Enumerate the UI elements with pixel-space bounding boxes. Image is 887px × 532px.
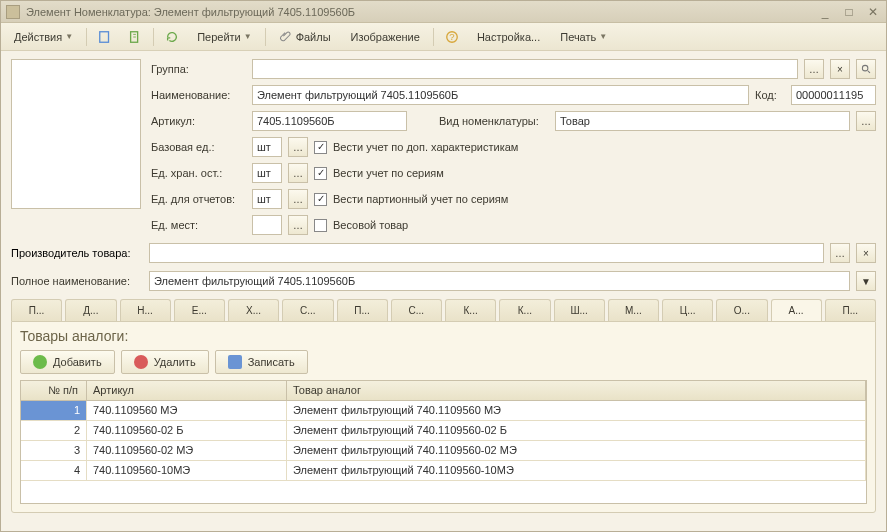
help-icon[interactable]: ? [440,27,464,47]
reportunit-label: Ед. для отчетов: [151,193,246,205]
table-row[interactable]: 1 740.1109560 МЭ Элемент фильтрующий 740… [21,401,866,421]
image-label: Изображение [351,31,420,43]
placeunit-input[interactable] [252,215,282,235]
delete-label: Удалить [154,356,196,368]
maximize-button[interactable]: □ [841,5,857,19]
attachment-icon [279,30,293,44]
series-label: Вести учет по сериям [333,167,444,179]
baseunit-select-button[interactable]: … [288,137,308,157]
tab-1[interactable]: Д... [65,299,116,321]
table-row[interactable]: 4 740.1109560-10МЭ Элемент фильтрующий 7… [21,461,866,481]
app-icon [6,5,20,19]
tab-6[interactable]: П... [337,299,388,321]
svg-rect-0 [100,31,109,42]
producer-label: Производитель товара: [11,247,143,259]
placeunit-label: Ед. мест: [151,219,246,231]
goto-menu[interactable]: Перейти▼ [190,28,259,46]
reportunit-input[interactable] [252,189,282,209]
disk-icon [228,355,242,369]
tab-3[interactable]: Е... [174,299,225,321]
group-label: Группа: [151,63,246,75]
files-button[interactable]: Файлы [272,27,338,47]
print-menu[interactable]: Печать▼ [553,28,614,46]
tab-7[interactable]: С... [391,299,442,321]
nomtype-input[interactable] [555,111,850,131]
fullname-dropdown[interactable]: ▼ [856,271,876,291]
tab-0[interactable]: П... [11,299,62,321]
titlebar: Элемент Номенклатура: Элемент фильтрующи… [1,1,886,23]
cross-icon [134,355,148,369]
article-label: Артикул: [151,115,246,127]
svg-point-4 [862,65,868,71]
save-button[interactable]: Записать [215,350,308,374]
refresh-icon[interactable] [160,27,184,47]
tab-12[interactable]: Ц... [662,299,713,321]
actions-menu[interactable]: Действия▼ [7,28,80,46]
goto-label: Перейти [197,31,241,43]
settings-label: Настройка... [477,31,540,43]
weight-label: Весовой товар [333,219,408,231]
print-label: Печать [560,31,596,43]
baseunit-input[interactable] [252,137,282,157]
dop-label: Вести учет по доп. характеристикам [333,141,518,153]
name-label: Наименование: [151,89,246,101]
reportunit-select-button[interactable]: … [288,189,308,209]
files-label: Файлы [296,31,331,43]
add-button[interactable]: Добавить [20,350,115,374]
producer-clear-button[interactable]: × [856,243,876,263]
group-clear-button[interactable]: × [830,59,850,79]
panel-title: Товары аналоги: [20,328,867,344]
delete-button[interactable]: Удалить [121,350,209,374]
analogs-panel: Товары аналоги: Добавить Удалить Записат… [11,321,876,513]
col-num[interactable]: № п/п [21,381,87,400]
group-search-button[interactable] [856,59,876,79]
fullname-input[interactable] [149,271,850,291]
tab-4[interactable]: Х... [228,299,279,321]
code-label: Код: [755,89,785,101]
storeunit-select-button[interactable]: … [288,163,308,183]
main-toolbar: Действия▼ Перейти▼ Файлы Изображение ? Н… [1,23,886,51]
image-preview[interactable] [11,59,141,209]
name-input[interactable] [252,85,749,105]
tab-2[interactable]: Н... [120,299,171,321]
storeunit-input[interactable] [252,163,282,183]
tab-9[interactable]: К... [499,299,550,321]
nomtype-label: Вид номенклатуры: [439,115,549,127]
col-analog[interactable]: Товар аналог [287,381,866,400]
code-input[interactable] [791,85,876,105]
fullname-label: Полное наименование: [11,275,143,287]
weight-checkbox[interactable] [314,219,327,232]
minimize-button[interactable]: _ [817,5,833,19]
dop-checkbox[interactable] [314,141,327,154]
tab-8[interactable]: К... [445,299,496,321]
storeunit-label: Ед. хран. ост.: [151,167,246,179]
tab-15[interactable]: П... [825,299,876,321]
toolbar-icon-2[interactable] [123,27,147,47]
window-title: Элемент Номенклатура: Элемент фильтрующи… [26,6,355,18]
batch-label: Вести партионный учет по сериям [333,193,508,205]
article-input[interactable] [252,111,407,131]
producer-input[interactable] [149,243,824,263]
placeunit-select-button[interactable]: … [288,215,308,235]
tab-11[interactable]: М... [608,299,659,321]
tab-14[interactable]: А... [771,299,822,321]
add-label: Добавить [53,356,102,368]
series-checkbox[interactable] [314,167,327,180]
producer-select-button[interactable]: … [830,243,850,263]
tab-5[interactable]: С... [282,299,333,321]
actions-label: Действия [14,31,62,43]
save-label: Записать [248,356,295,368]
group-select-button[interactable]: … [804,59,824,79]
col-article[interactable]: Артикул [87,381,287,400]
settings-button[interactable]: Настройка... [470,28,547,46]
image-button[interactable]: Изображение [344,28,427,46]
table-row[interactable]: 2 740.1109560-02 Б Элемент фильтрующий 7… [21,421,866,441]
batch-checkbox[interactable] [314,193,327,206]
group-input[interactable] [252,59,798,79]
tab-13[interactable]: О... [716,299,767,321]
close-button[interactable]: ✕ [865,5,881,19]
tab-10[interactable]: Ш... [554,299,605,321]
toolbar-icon-1[interactable] [93,27,117,47]
table-row[interactable]: 3 740.1109560-02 МЭ Элемент фильтрующий … [21,441,866,461]
nomtype-select-button[interactable]: … [856,111,876,131]
